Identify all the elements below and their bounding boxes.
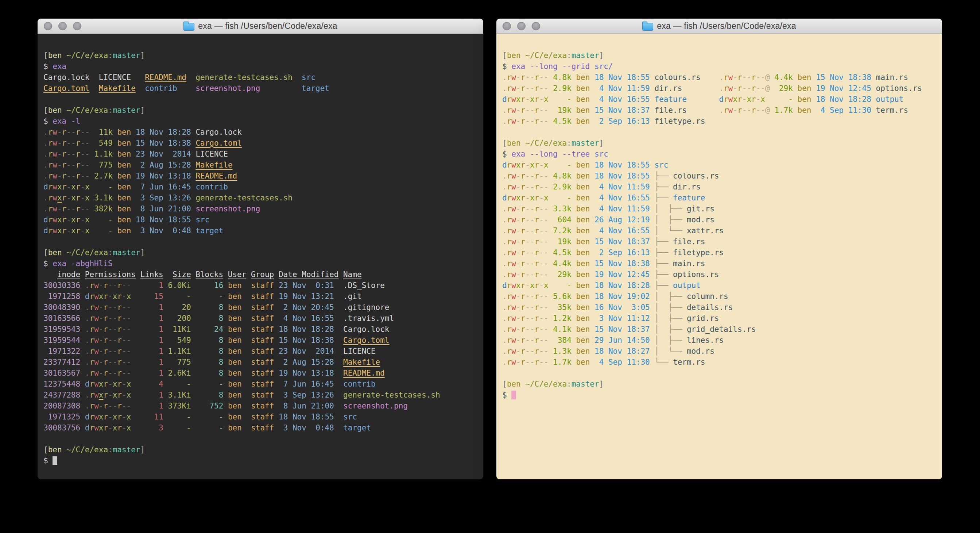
zoom-button[interactable] — [73, 22, 81, 30]
permission-char: w — [511, 95, 516, 104]
close-button[interactable] — [44, 22, 52, 30]
permission-char: r — [89, 336, 94, 345]
text-segment: contrib — [343, 380, 375, 388]
text-segment — [131, 336, 140, 345]
text-segment: 30048390 — [43, 303, 80, 312]
title-bar[interactable]: exa — fish /Users/ben/Code/exa/exa — [38, 19, 483, 34]
permission-char: x — [544, 281, 549, 290]
terminal-line: .rw-r--r-- 4.1k ben 15 Nov 18:37 │ ├── g… — [502, 324, 937, 335]
terminal-output[interactable]: [ben ~/C/e/exa:master]$ exa --long --gri… — [496, 34, 942, 479]
permission-char: . — [502, 106, 507, 115]
zoom-button[interactable] — [532, 22, 540, 30]
text-segment — [334, 281, 343, 290]
text-segment — [191, 347, 196, 356]
permission-char: . — [85, 303, 90, 312]
permission-char: d — [43, 215, 48, 224]
permission-char: w — [511, 204, 516, 213]
permission-char: - — [80, 227, 85, 235]
permission-char: - — [760, 73, 765, 82]
terminal-line: .rw-r--r-- 4.8k ben 18 Nov 18:55 ├── col… — [502, 171, 937, 182]
terminal-line: 30163566 .rw-r--r-- 1 200 8 ben staff 4 … — [43, 313, 478, 324]
text-segment — [113, 227, 118, 235]
permission-char: w — [52, 128, 57, 137]
text-segment: 1 — [140, 314, 163, 323]
permission-char: r — [535, 325, 539, 334]
permission-char: - — [80, 172, 85, 180]
permission-char: - — [113, 402, 118, 410]
text-segment — [521, 380, 525, 388]
terminal-line: Cargo.toml Makefile contrib screenshot.p… — [43, 83, 478, 94]
permission-char: r — [737, 73, 742, 82]
permission-char: - — [516, 303, 521, 312]
text-segment: ~/C/e/exa — [525, 51, 567, 60]
text-segment — [191, 270, 196, 279]
permission-char: r — [521, 84, 525, 93]
text-segment: 382k — [94, 204, 113, 213]
permission-char: r — [117, 347, 122, 356]
permission-char: - — [108, 369, 113, 378]
text-segment — [770, 84, 775, 93]
permission-char: - — [516, 292, 521, 301]
permission-char: - — [525, 237, 530, 246]
permission-char: x — [516, 281, 521, 290]
text-segment — [590, 358, 595, 367]
permission-char: - — [525, 182, 530, 191]
terminal-line: 20087308 .rw-r--r-- 1 373Ki 752 ben staf… — [43, 401, 478, 412]
text-segment: 3.1k — [94, 193, 113, 202]
text-segment: generate-testcases.sh — [343, 391, 440, 399]
permission-char: - — [80, 193, 85, 202]
terminal-output[interactable]: [ben ~/C/e/exa:master]$ exaCargo.lock LI… — [38, 34, 483, 479]
terminal-line — [502, 127, 937, 138]
permission-char: r — [507, 73, 512, 82]
text-segment — [549, 84, 553, 93]
text-segment — [521, 51, 525, 60]
permission-char: x — [85, 182, 90, 191]
text-segment — [334, 358, 343, 367]
text-segment — [163, 336, 168, 345]
text-segment: 7.2k — [553, 227, 571, 235]
text-segment — [90, 139, 94, 147]
text-segment: 18 Nov 18:27 — [595, 347, 650, 356]
text-segment: 2.9k — [553, 182, 571, 191]
text-segment: : — [108, 445, 113, 454]
title-bar[interactable]: exa — fish /Users/ben/Code/exa/exa — [496, 19, 942, 34]
minimize-button[interactable] — [517, 22, 525, 30]
text-segment — [223, 369, 228, 378]
close-button[interactable] — [503, 22, 511, 30]
permission-char: - — [99, 314, 103, 323]
text-segment — [191, 215, 196, 224]
text-segment — [590, 325, 595, 334]
permission-char: x — [544, 161, 549, 169]
permission-char: - — [539, 73, 544, 82]
permission-char: - — [85, 150, 90, 158]
text-segment: Cargo.lock — [196, 128, 242, 137]
text-segment: 15 Nov 18:37 — [595, 106, 650, 115]
text-segment — [274, 292, 278, 301]
terminal-line: drwxr-xr-x - ben 3 Nov 0:48 target — [43, 225, 478, 236]
folder-icon[interactable] — [642, 23, 653, 31]
permission-char: - — [516, 336, 521, 345]
text-segment: 19k — [553, 237, 571, 246]
text-segment: ben — [576, 193, 590, 202]
text-segment: ben — [117, 172, 131, 180]
terminal-line: 31959544 .rw-r--r-- 1 549 8 ben staff 15… — [43, 335, 478, 346]
terminal-line: 12375448 drwxr-xr-x 4 - - ben staff 7 Ju… — [43, 378, 478, 389]
permission-char: - — [525, 84, 530, 93]
text-segment — [191, 303, 196, 312]
permission-char: x — [544, 193, 549, 202]
permission-char: - — [544, 215, 549, 224]
text-segment: ben — [576, 303, 590, 312]
folder-icon[interactable] — [183, 23, 194, 31]
text-segment: [ — [43, 248, 48, 257]
text-segment — [793, 73, 798, 82]
text-segment — [571, 172, 576, 180]
terminal-line: 30163567 .rw-r--r-- 1 2.6Ki 8 ben staff … — [43, 368, 478, 378]
text-segment: colours.rs — [673, 172, 719, 180]
permission-char: - — [516, 358, 521, 367]
text-segment: 19 Nov 13:18 — [278, 369, 334, 378]
permission-char: x — [71, 215, 76, 224]
text-segment: 1.7k — [774, 106, 793, 115]
text-segment: 4 — [140, 380, 163, 388]
permission-char: - — [530, 204, 535, 213]
minimize-button[interactable] — [58, 22, 67, 30]
